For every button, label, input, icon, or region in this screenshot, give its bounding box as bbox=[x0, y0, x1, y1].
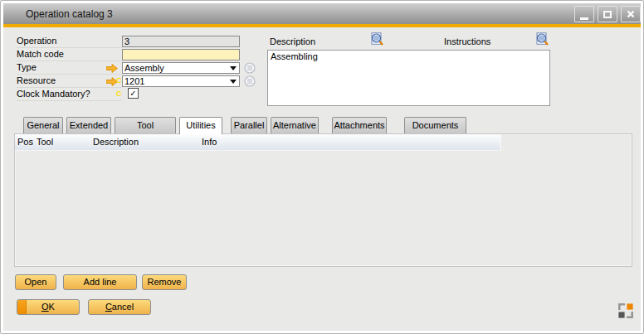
clock-mandatory-label: Clock Mandatory? bbox=[17, 89, 122, 101]
tab-general[interactable]: General bbox=[23, 117, 63, 133]
match-code-label: Match code bbox=[17, 49, 122, 61]
utilities-grid: Pos Tool Description Info bbox=[14, 133, 632, 267]
column-header-info[interactable]: Info bbox=[200, 134, 500, 150]
open-button[interactable]: Open bbox=[15, 274, 56, 290]
type-dropdown[interactable]: Assembly bbox=[122, 62, 240, 74]
resource-value: 1201 bbox=[124, 76, 144, 86]
window-controls bbox=[574, 6, 641, 22]
checkmark-icon: ✓ bbox=[129, 89, 136, 98]
window-title: Operation catalog 3 bbox=[26, 8, 113, 20]
ok-button[interactable]: OK bbox=[17, 299, 80, 315]
instructions-label: Instructions bbox=[444, 36, 490, 46]
operation-field: 3 bbox=[122, 36, 240, 47]
grid-body[interactable] bbox=[15, 151, 632, 266]
grid-header-row: Pos Tool Description Info bbox=[15, 134, 501, 151]
type-dropdown-arrow-icon[interactable] bbox=[230, 66, 237, 70]
minimize-icon bbox=[580, 17, 588, 20]
maximize-button[interactable] bbox=[598, 6, 617, 22]
close-icon bbox=[626, 9, 636, 19]
dialog-content: Operation 3 Match code Type Assembly Res… bbox=[3, 27, 641, 331]
add-line-button[interactable]: Add line bbox=[63, 274, 137, 290]
type-value: Assembly bbox=[124, 63, 164, 73]
type-link-arrow-icon[interactable] bbox=[106, 64, 118, 73]
tab-alternative[interactable]: Alternative bbox=[271, 117, 319, 133]
cancel-button[interactable]: Cancel bbox=[88, 299, 151, 315]
tab-tool[interactable]: Tool bbox=[115, 117, 176, 133]
column-header-tool[interactable]: Tool bbox=[35, 134, 91, 150]
operation-catalog-window: Operation catalog 3 Operation 3 Match co… bbox=[0, 0, 644, 334]
clock-changed-marker-icon: C bbox=[116, 90, 123, 98]
resource-list-icon[interactable] bbox=[244, 75, 256, 87]
resize-form-icon[interactable] bbox=[618, 303, 633, 318]
tab-documents[interactable]: Documents bbox=[404, 117, 466, 133]
tab-parallel[interactable]: Parallel bbox=[231, 117, 267, 133]
minimize-button[interactable] bbox=[574, 6, 594, 22]
description-textarea[interactable]: Assembling bbox=[267, 50, 550, 106]
tab-attachments[interactable]: Attachments bbox=[332, 117, 387, 133]
instructions-edit-icon[interactable] bbox=[534, 32, 549, 46]
column-header-description[interactable]: Description bbox=[91, 134, 200, 150]
titlebar[interactable]: Operation catalog 3 bbox=[3, 3, 641, 24]
match-code-input[interactable] bbox=[122, 49, 240, 61]
column-header-pos[interactable]: Pos bbox=[15, 134, 35, 150]
remove-button[interactable]: Remove bbox=[142, 274, 187, 290]
resource-dropdown-arrow-icon[interactable] bbox=[230, 80, 237, 84]
clock-mandatory-checkbox[interactable]: ✓ bbox=[128, 88, 139, 99]
tab-utilities[interactable]: Utilities bbox=[179, 117, 222, 134]
description-label: Description bbox=[270, 36, 315, 46]
maximize-icon bbox=[603, 11, 612, 18]
type-list-icon[interactable] bbox=[244, 62, 256, 74]
resource-dropdown[interactable]: 1201 bbox=[122, 75, 240, 87]
close-button[interactable] bbox=[621, 6, 641, 22]
tab-extended[interactable]: Extended bbox=[66, 117, 111, 133]
operation-label: Operation bbox=[17, 36, 122, 48]
description-edit-icon[interactable] bbox=[369, 32, 384, 46]
